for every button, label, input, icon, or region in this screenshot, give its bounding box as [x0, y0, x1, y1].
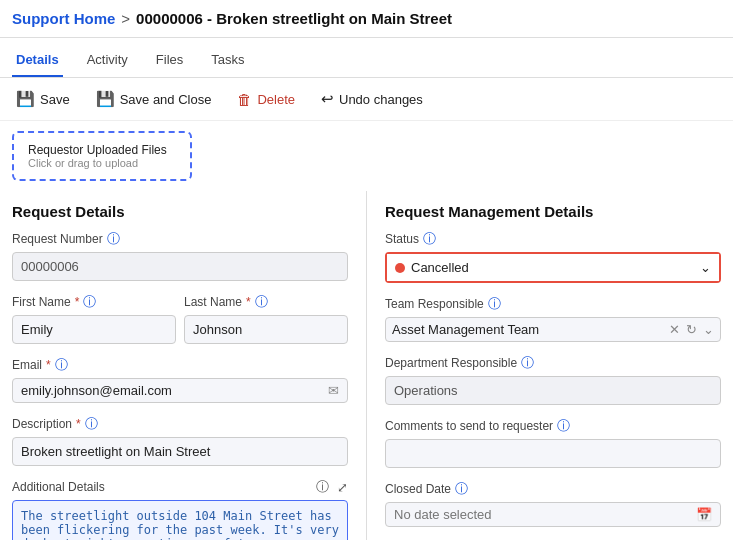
additional-details-label: Additional Details [12, 480, 105, 494]
upload-title: Requestor Uploaded Files [28, 143, 176, 157]
email-label: Email [12, 358, 42, 372]
toolbar: 💾 Save 💾 Save and Close 🗑 Delete ↩ Undo … [0, 78, 733, 121]
department-responsible-label: Department Responsible [385, 356, 517, 370]
tab-details[interactable]: Details [12, 46, 63, 77]
delete-icon: 🗑 [237, 91, 252, 108]
status-field: Status ⓘ Cancelled ⌄ [385, 230, 721, 283]
team-refresh-icon[interactable]: ↻ [686, 322, 697, 337]
description-input[interactable] [12, 437, 348, 466]
description-field: Description * ⓘ [12, 415, 348, 466]
email-input[interactable] [21, 383, 328, 398]
closed-date-input[interactable] [394, 507, 696, 522]
last-name-required: * [246, 295, 251, 309]
first-name-input[interactable] [12, 315, 176, 344]
left-section-title: Request Details [12, 203, 348, 220]
team-responsible-input[interactable] [392, 322, 669, 337]
description-required: * [76, 417, 81, 431]
right-column: Request Management Details Status ⓘ Canc… [367, 191, 721, 540]
status-label: Status [385, 232, 419, 246]
team-chevron-icon[interactable]: ⌄ [703, 322, 714, 337]
right-section-title: Request Management Details [385, 203, 721, 220]
additional-details-field: Additional Details ⓘ ⤢ The streetlight o… [12, 478, 348, 540]
request-number-field: Request Number ⓘ [12, 230, 348, 281]
comments-label: Comments to send to requester [385, 419, 553, 433]
last-name-label: Last Name [184, 295, 242, 309]
additional-expand-icon[interactable]: ⤢ [337, 480, 348, 495]
left-column: Request Details Request Number ⓘ First N… [12, 191, 367, 540]
email-field: Email * ⓘ ✉ [12, 356, 348, 403]
team-input-wrapper: ✕ ↻ ⌄ [385, 317, 721, 342]
closed-date-wrapper: 📅 [385, 502, 721, 527]
description-info-icon[interactable]: ⓘ [85, 415, 98, 433]
support-home-link[interactable]: Support Home [12, 10, 115, 27]
last-name-input[interactable] [184, 315, 348, 344]
save-close-button[interactable]: 💾 Save and Close [92, 88, 216, 110]
first-name-info-icon[interactable]: ⓘ [83, 293, 96, 311]
save-button[interactable]: 💾 Save [12, 88, 74, 110]
delete-button[interactable]: 🗑 Delete [233, 89, 299, 110]
first-name-label: First Name [12, 295, 71, 309]
undo-button[interactable]: ↩ Undo changes [317, 88, 427, 110]
team-clear-icon[interactable]: ✕ [669, 322, 680, 337]
comments-field: Comments to send to requester ⓘ [385, 417, 721, 468]
tabs-bar: Details Activity Files Tasks [0, 38, 733, 78]
status-dot [395, 263, 405, 273]
last-name-info-icon[interactable]: ⓘ [255, 293, 268, 311]
upload-area[interactable]: Requestor Uploaded Files Click or drag t… [12, 131, 192, 181]
breadcrumb-separator: > [121, 10, 130, 27]
team-responsible-field: Team Responsible ⓘ ✕ ↻ ⌄ [385, 295, 721, 342]
department-responsible-input [385, 376, 721, 405]
last-name-field: Last Name * ⓘ [184, 293, 348, 344]
description-label: Description [12, 417, 72, 431]
tab-files[interactable]: Files [152, 46, 187, 77]
first-name-field: First Name * ⓘ [12, 293, 176, 344]
request-number-info-icon[interactable]: ⓘ [107, 230, 120, 248]
email-icon: ✉ [328, 383, 339, 398]
team-responsible-info-icon[interactable]: ⓘ [488, 295, 501, 313]
undo-icon: ↩ [321, 90, 334, 108]
email-required: * [46, 358, 51, 372]
upload-hint: Click or drag to upload [28, 157, 176, 169]
status-value: Cancelled [411, 260, 469, 275]
team-responsible-label: Team Responsible [385, 297, 484, 311]
request-number-label: Request Number [12, 232, 103, 246]
status-chevron-icon: ⌄ [700, 260, 711, 275]
tab-tasks[interactable]: Tasks [207, 46, 248, 77]
closed-date-field: Closed Date ⓘ 📅 [385, 480, 721, 527]
comments-info-icon[interactable]: ⓘ [557, 417, 570, 435]
closed-date-info-icon[interactable]: ⓘ [455, 480, 468, 498]
status-info-icon[interactable]: ⓘ [423, 230, 436, 248]
department-responsible-field: Department Responsible ⓘ [385, 354, 721, 405]
page-title: 00000006 - Broken streetlight on Main St… [136, 10, 452, 27]
first-name-required: * [75, 295, 80, 309]
save-close-icon: 💾 [96, 90, 115, 108]
tab-activity[interactable]: Activity [83, 46, 132, 77]
email-info-icon[interactable]: ⓘ [55, 356, 68, 374]
comments-input[interactable] [385, 439, 721, 468]
save-icon: 💾 [16, 90, 35, 108]
closed-date-label: Closed Date [385, 482, 451, 496]
header: Support Home > 00000006 - Broken streetl… [0, 0, 733, 38]
request-number-input [12, 252, 348, 281]
calendar-icon[interactable]: 📅 [696, 507, 712, 522]
department-responsible-info-icon[interactable]: ⓘ [521, 354, 534, 372]
email-wrapper: ✉ [12, 378, 348, 403]
additional-info-icon[interactable]: ⓘ [316, 478, 329, 496]
additional-details-textarea[interactable]: The streetlight outside 104 Main Street … [12, 500, 348, 540]
status-select-wrapper[interactable]: Cancelled ⌄ [385, 252, 721, 283]
